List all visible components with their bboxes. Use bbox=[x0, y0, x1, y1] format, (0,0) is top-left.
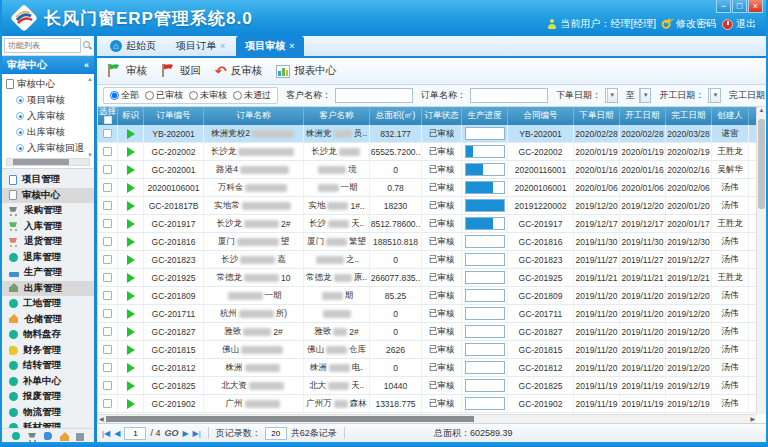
radio-全部[interactable]: 全部 bbox=[110, 89, 139, 102]
logout-button[interactable]: 退出 bbox=[722, 17, 756, 31]
column-header-开工日期[interactable]: 开工日期 bbox=[620, 107, 666, 125]
go-button[interactable]: GO bbox=[164, 428, 178, 438]
sidebar-item-物料盘存[interactable]: 物料盘存 bbox=[2, 327, 94, 343]
table-row[interactable]: GC-201809一期期85.25已审核GC-2018092019/11/202… bbox=[98, 287, 756, 305]
table-row[interactable]: GC-202002长沙龙长沙龙65525.7200..已审核GC-2020022… bbox=[98, 143, 756, 161]
row-select-cell[interactable] bbox=[98, 287, 118, 304]
sidebar-item-报废管理[interactable]: 报废管理 bbox=[2, 389, 94, 405]
search-icon[interactable] bbox=[83, 41, 92, 50]
radio-input[interactable] bbox=[145, 91, 154, 100]
radio-未审核[interactable]: 未审核 bbox=[189, 89, 227, 102]
column-header-合同编号[interactable]: 合同编号 bbox=[508, 107, 574, 125]
tree-item[interactable]: 出库审核 bbox=[6, 124, 94, 140]
row-checkbox[interactable] bbox=[103, 363, 112, 372]
row-select-cell[interactable] bbox=[98, 305, 118, 322]
row-checkbox[interactable] bbox=[103, 165, 112, 174]
order-date-from-input[interactable]: / /▼ bbox=[605, 88, 618, 103]
row-select-cell[interactable] bbox=[98, 179, 118, 196]
sidebar-item-审核中心[interactable]: 审核中心 bbox=[2, 188, 94, 204]
row-checkbox[interactable] bbox=[103, 399, 112, 408]
customer-name-input[interactable] bbox=[335, 88, 413, 103]
change-password-button[interactable]: 修改密码 bbox=[662, 17, 716, 31]
审核-button[interactable]: 审核 bbox=[107, 63, 147, 80]
row-checkbox[interactable] bbox=[103, 129, 112, 138]
sidebar-item-采购管理[interactable]: 采购管理 bbox=[2, 203, 94, 219]
row-checkbox[interactable] bbox=[103, 201, 112, 210]
page-size-input[interactable] bbox=[265, 427, 287, 440]
row-select-cell[interactable] bbox=[98, 197, 118, 214]
chevron-down-icon[interactable]: ▼ bbox=[640, 89, 650, 102]
column-header-订单名称[interactable]: 订单名称 bbox=[204, 107, 304, 125]
table-row[interactable]: GC-201812株洲株洲电.0已审核GC-2018122019/11/2020… bbox=[98, 359, 756, 377]
报表中心-button[interactable]: 报表中心 bbox=[276, 64, 336, 78]
radio-input[interactable] bbox=[233, 91, 242, 100]
驳回-button[interactable]: 驳回 bbox=[161, 63, 201, 80]
sidebar-item-结转管理[interactable]: 结转管理 bbox=[2, 358, 94, 374]
column-header-标识[interactable]: 标识 bbox=[118, 107, 144, 125]
first-page-button[interactable]: |◀ bbox=[102, 429, 110, 438]
flagy-icon[interactable] bbox=[44, 432, 52, 440]
vertical-scrollbar[interactable]: ▲ bbox=[756, 107, 766, 414]
radio-input[interactable] bbox=[110, 91, 119, 100]
home-icon[interactable] bbox=[60, 432, 68, 440]
column-header-订单状态[interactable]: 订单状态 bbox=[422, 107, 462, 125]
prev-page-button[interactable]: ◀ bbox=[114, 429, 120, 438]
radio-已审核[interactable]: 已审核 bbox=[145, 89, 183, 102]
bar-icon[interactable] bbox=[76, 433, 84, 441]
row-checkbox[interactable] bbox=[103, 273, 112, 282]
table-row[interactable]: GC-201817B实地常实地1#..18230已审核2019122000220… bbox=[98, 197, 756, 215]
scroll-right-icon[interactable]: ▶ bbox=[750, 415, 755, 423]
column-header-客户名称[interactable]: 客户名称 bbox=[304, 107, 370, 125]
row-select-cell[interactable] bbox=[98, 251, 118, 268]
start-date-input[interactable]: / /▼ bbox=[708, 88, 721, 103]
sidebar-item-出库管理[interactable]: 出库管理 bbox=[2, 281, 94, 297]
tree-root[interactable]: 审核中心 bbox=[6, 76, 94, 92]
column-header-下单日期[interactable]: 下单日期 bbox=[574, 107, 620, 125]
row-checkbox[interactable] bbox=[103, 237, 112, 246]
chevron-down-icon[interactable]: ▼ bbox=[607, 89, 617, 102]
row-select-cell[interactable] bbox=[98, 233, 118, 250]
sidebar-item-入库管理[interactable]: 入库管理 bbox=[2, 219, 94, 235]
row-checkbox[interactable] bbox=[103, 381, 112, 390]
row-select-cell[interactable] bbox=[98, 359, 118, 376]
row-checkbox[interactable] bbox=[103, 255, 112, 264]
table-row[interactable]: GC-201816厦门望厦门繁望188510.818已审核GC-20181620… bbox=[98, 233, 756, 251]
horizontal-scrollbar-thumb[interactable] bbox=[106, 416, 474, 422]
page-number-input[interactable] bbox=[124, 427, 146, 440]
table-row[interactable]: YB-202001株洲党校2株洲党员..832.177已审核YB-2020012… bbox=[98, 125, 756, 143]
tab-起始页[interactable]: ⌂起始页 bbox=[101, 36, 165, 56]
tab-项目审核[interactable]: 项目审核× bbox=[236, 36, 303, 56]
column-header-完工日期[interactable]: 完工日期 bbox=[666, 107, 712, 125]
next-page-button[interactable]: ▶ bbox=[182, 429, 188, 438]
sidebar-item-退货管理[interactable]: 退货管理 bbox=[2, 234, 94, 250]
column-header-总面积(㎡)[interactable]: 总面积(㎡) bbox=[370, 107, 422, 125]
row-checkbox[interactable] bbox=[103, 147, 112, 156]
tree-item[interactable]: 项目审核 bbox=[6, 92, 94, 108]
row-checkbox[interactable] bbox=[103, 291, 112, 300]
row-checkbox[interactable] bbox=[103, 183, 112, 192]
chevron-down-icon[interactable]: ▼ bbox=[710, 89, 720, 102]
collapse-icon[interactable]: « bbox=[84, 60, 89, 70]
last-page-button[interactable]: ▶| bbox=[193, 429, 201, 438]
dot-icon[interactable] bbox=[12, 432, 20, 440]
table-row[interactable]: 20200106001万科金一期0.78已审核202001060012020/0… bbox=[98, 179, 756, 197]
row-checkbox[interactable] bbox=[103, 345, 112, 354]
row-checkbox[interactable] bbox=[103, 327, 112, 336]
column-header-生产进度[interactable]: 生产进度 bbox=[462, 107, 508, 125]
vertical-scrollbar-thumb[interactable] bbox=[758, 119, 765, 209]
table-row[interactable]: GC-202001路港4境0已审核202001160012020/01/1620… bbox=[98, 161, 756, 179]
close-tab-icon[interactable]: × bbox=[220, 41, 225, 51]
horizontal-scrollbar[interactable]: ◀ ▶ bbox=[98, 414, 756, 423]
order-date-to-input[interactable]: / /▼ bbox=[639, 88, 652, 103]
tree-item[interactable]: 入库审核 bbox=[6, 108, 94, 124]
row-select-cell[interactable] bbox=[98, 125, 118, 142]
tab-项目订单[interactable]: 项目订单× bbox=[167, 36, 234, 56]
row-select-cell[interactable] bbox=[98, 323, 118, 340]
column-header-订单编号[interactable]: 订单编号 bbox=[144, 107, 204, 125]
table-row[interactable]: GC-201711杭州所)0已审核GC-2017112019/11/202019… bbox=[98, 305, 756, 323]
minimize-button[interactable]: − bbox=[716, 0, 731, 13]
column-header-创建人[interactable]: 创建人 bbox=[712, 107, 749, 125]
sidebar-item-仓储管理[interactable]: 仓储管理 bbox=[2, 312, 94, 328]
tree-vertical-scrollbar[interactable]: ▲▼ bbox=[86, 76, 94, 158]
row-select-cell[interactable] bbox=[98, 269, 118, 286]
